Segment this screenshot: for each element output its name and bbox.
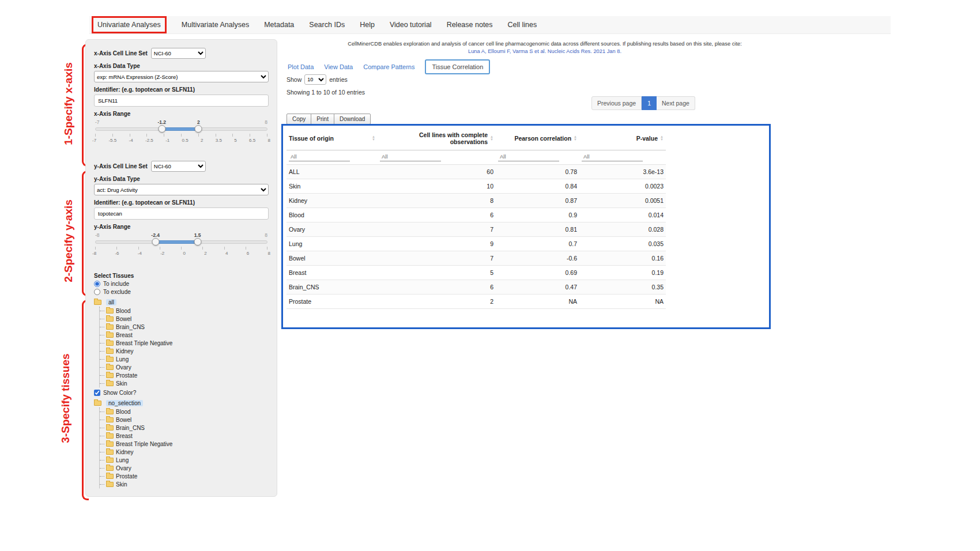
tree-item-breast[interactable]: Breast (100, 331, 269, 339)
filter-pearson-input[interactable] (498, 152, 559, 161)
x-cell-line-set-select[interactable]: NCI-60 (151, 48, 206, 59)
tree-item-brain-cns[interactable]: Brain_CNS (100, 424, 269, 432)
table-row[interactable]: Prostate2NANA (287, 295, 666, 309)
table-row[interactable]: Ovary70.810.028 (287, 222, 666, 237)
table-row[interactable]: Kidney80.870.0051 (287, 194, 666, 208)
correlation-table-box: Tissue of origin▲▼ Cell lines with compl… (281, 124, 771, 329)
column-header-cell-lines[interactable]: Cell lines with complete observations▲▼ (378, 127, 496, 150)
x-slider-handle-high[interactable] (195, 125, 202, 133)
table-row[interactable]: Bowel7-0.60.16 (287, 251, 666, 266)
table-row[interactable]: Lung90.70.035 (287, 237, 666, 251)
tree-item-blood[interactable]: Blood (100, 307, 269, 315)
tree-root-no-selection[interactable]: no_selection (94, 399, 269, 407)
sort-icon[interactable]: ▲▼ (490, 135, 493, 141)
nav-item-multivariate-analyses[interactable]: Multivariate Analyses (182, 21, 249, 29)
tree-item-brain-cns[interactable]: Brain_CNS (100, 323, 269, 331)
tree-item-skin[interactable]: Skin (100, 480, 269, 488)
tissue-include-radio-input[interactable] (94, 281, 100, 287)
copy-button[interactable]: Copy (287, 114, 311, 124)
tab-plot-data[interactable]: Plot Data (288, 63, 314, 70)
nav-item-video-tutorial[interactable]: Video tutorial (390, 21, 432, 29)
tree-item-label: Skin (116, 380, 127, 387)
tree-item-prostate[interactable]: Prostate (100, 371, 269, 379)
tree-item-bowel[interactable]: Bowel (100, 416, 269, 424)
sort-icon[interactable]: ▲▼ (574, 135, 577, 141)
filter-tissue-input[interactable] (289, 152, 350, 161)
table-row[interactable]: ALL600.783.6e-13 (287, 165, 666, 179)
x-data-type-select[interactable]: exp: mRNA Expression (Z-Score) (94, 71, 269, 82)
y-identifier-input[interactable] (94, 207, 269, 220)
tree-item-prostate[interactable]: Prostate (100, 472, 269, 480)
show-color-checkbox[interactable] (94, 390, 100, 396)
tree-item-ovary[interactable]: Ovary (100, 363, 269, 371)
entries-select[interactable]: 10 (304, 74, 326, 85)
nav-item-search-ids[interactable]: Search IDs (309, 21, 345, 29)
sort-icon[interactable]: ▲▼ (372, 135, 375, 141)
tissue-exclude-radio[interactable]: To exclude (94, 289, 269, 295)
cell-count: 60 (378, 165, 496, 179)
table-row[interactable]: Brain_CNS60.470.35 (287, 280, 666, 295)
tree-item-kidney[interactable]: Kidney (100, 347, 269, 355)
column-header-label: Cell lines with complete observations (380, 131, 488, 145)
filter-pvalue-input[interactable] (582, 152, 643, 161)
tree-root-all[interactable]: all (94, 298, 269, 307)
tree-item-lung[interactable]: Lung (100, 456, 269, 464)
column-header-tissue[interactable]: Tissue of origin▲▼ (287, 127, 378, 150)
column-header-pvalue[interactable]: P-value▲▼ (579, 127, 666, 150)
tissue-exclude-radio-input[interactable] (94, 289, 100, 295)
cell-count: 5 (378, 266, 496, 280)
filter-cell-lines-input[interactable] (380, 152, 441, 161)
table-row[interactable]: Blood60.90.014 (287, 208, 666, 222)
tree-item-lung[interactable]: Lung (100, 355, 269, 363)
y-slider-bar[interactable] (156, 240, 198, 244)
tree-item-breast[interactable]: Breast (100, 432, 269, 440)
x-identifier-input[interactable] (94, 95, 269, 107)
entries-control: Show 10 entries (287, 74, 348, 85)
x-slider-handle-low[interactable] (158, 125, 165, 133)
nav-item-univariate-analyses[interactable]: Univariate Analyses (92, 16, 167, 33)
tree-children: Blood Bowel Brain_CNS Breast Breast Trip… (99, 407, 269, 488)
y-cell-line-set-select[interactable]: NCI-60 (151, 161, 206, 172)
control-sidebar: x-Axis Cell Line Set NCI-60 x-Axis Data … (85, 39, 277, 497)
next-page-button[interactable]: Next page (657, 96, 695, 110)
tab-compare-patterns[interactable]: Compare Patterns (363, 63, 414, 70)
tree-item-kidney[interactable]: Kidney (100, 448, 269, 456)
cell-pearson: 0.78 (496, 165, 579, 179)
y-cell-line-set-label: y-Axis Cell Line Set (94, 163, 148, 169)
download-button[interactable]: Download (334, 114, 371, 124)
nav-item-metadata[interactable]: Metadata (264, 21, 294, 29)
print-button[interactable]: Print (311, 114, 334, 124)
tree-item-bowel[interactable]: Bowel (100, 315, 269, 323)
show-color-checkbox-row[interactable]: Show Color? (94, 390, 269, 396)
y-slider-handle-high[interactable] (194, 238, 201, 246)
column-header-pearson[interactable]: Pearson correlation▲▼ (496, 127, 579, 150)
tab-view-data[interactable]: View Data (324, 63, 353, 70)
sort-icon[interactable]: ▲▼ (660, 135, 664, 141)
prev-page-button[interactable]: Previous page (591, 96, 642, 110)
folder-icon (106, 466, 114, 471)
tree-item-breast-triple-negative[interactable]: Breast Triple Negative (100, 440, 269, 448)
tree-item-ovary[interactable]: Ovary (100, 464, 269, 472)
table-row[interactable]: Breast50.690.19 (287, 266, 666, 280)
tree-item-breast-triple-negative[interactable]: Breast Triple Negative (100, 339, 269, 347)
tree-item-skin[interactable]: Skin (100, 379, 269, 387)
x-slider-bar[interactable] (162, 127, 199, 131)
folder-icon (94, 401, 101, 406)
page-1-button[interactable]: 1 (642, 96, 657, 110)
x-cell-line-set-label: x-Axis Cell Line Set (94, 50, 148, 56)
cell-pvalue: NA (579, 295, 666, 309)
column-header-label: Tissue of origin (289, 135, 334, 142)
tree-item-blood[interactable]: Blood (100, 407, 269, 416)
x-slider-tick-labels: -7-5.5-4-2.5-10.523.556.58 (92, 138, 270, 143)
tissue-include-radio[interactable]: To include (94, 281, 269, 287)
y-data-type-select[interactable]: act: Drug Activity (94, 184, 269, 195)
y-slider-handle-low[interactable] (152, 238, 159, 246)
cell-pvalue: 0.0051 (579, 194, 666, 208)
table-row[interactable]: Skin100.840.0023 (287, 179, 666, 194)
cell-count: 6 (378, 208, 496, 222)
nav-item-cell-lines[interactable]: Cell lines (508, 21, 537, 29)
tab-tissue-correlation[interactable]: Tissue Correlation (425, 59, 490, 74)
nav-item-release-notes[interactable]: Release notes (447, 21, 493, 29)
nav-item-help[interactable]: Help (360, 21, 375, 29)
citation-link[interactable]: Luna A, Elloumi F, Varma S et al. Nuclei… (288, 48, 801, 54)
